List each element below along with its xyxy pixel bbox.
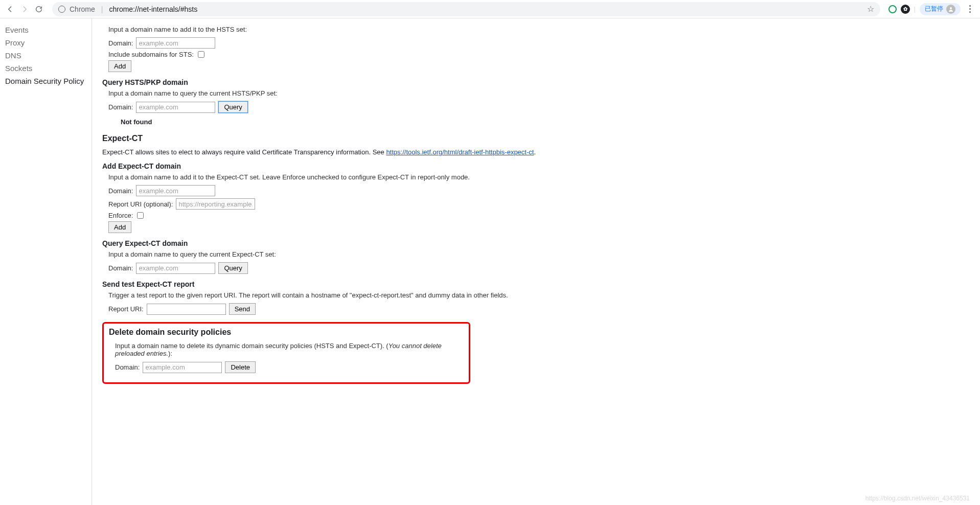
sidebar-item-dns[interactable]: DNS <box>5 49 92 62</box>
sidebar-item-proxy[interactable]: Proxy <box>5 36 92 49</box>
site-info-icon[interactable] <box>58 6 65 13</box>
delete-button[interactable]: Delete <box>225 361 256 373</box>
hsts-query-domain-label: Domain: <box>108 103 133 111</box>
delete-description: Input a domain name to delete its dynami… <box>115 342 464 357</box>
expectct-add-title: Add Expect-CT domain <box>102 162 970 170</box>
url-origin: Chrome <box>70 5 95 13</box>
expectct-query-button[interactable]: Query <box>218 262 247 274</box>
expectct-spec-link[interactable]: https://tools.ietf.org/html/draft-ietf-h… <box>386 148 534 156</box>
reload-button[interactable] <box>34 4 44 14</box>
hsts-query-description: Input a domain name to query the current… <box>108 89 970 97</box>
hsts-add-subdomain-checkbox[interactable] <box>198 51 204 58</box>
expectct-query-title: Query Expect-CT domain <box>102 239 970 247</box>
hsts-add-button[interactable]: Add <box>108 60 131 72</box>
expectct-add-description: Input a domain name to add it to the Exp… <box>108 173 970 181</box>
url-path: chrome://net-internals/#hsts <box>109 5 197 13</box>
forward-button[interactable] <box>19 4 30 14</box>
expectct-add-enforce-checkbox[interactable] <box>137 212 144 219</box>
delete-desc-prefix: Input a domain name to delete its dynami… <box>115 342 389 350</box>
expectct-add-report-input[interactable] <box>176 198 255 210</box>
expectct-add-domain-input[interactable] <box>136 185 215 196</box>
expectct-test-description: Trigger a test report to the given repor… <box>108 291 970 299</box>
expectct-test-title: Send test Expect-CT report <box>102 280 970 288</box>
expectct-test-report-label: Report URI: <box>108 305 144 313</box>
extension-icon-1[interactable] <box>888 5 897 13</box>
expectct-test-send-button[interactable]: Send <box>229 303 256 315</box>
delete-section-highlight: Delete domain security policies Input a … <box>102 322 470 384</box>
hsts-add-domain-label: Domain: <box>108 39 133 47</box>
sidebar-item-events[interactable]: Events <box>5 24 92 36</box>
expectct-add-button[interactable]: Add <box>108 221 131 233</box>
sidebar-item-domain-security-policy[interactable]: Domain Security Policy <box>5 75 92 87</box>
url-separator: | <box>99 5 105 13</box>
profile-paused-chip[interactable]: 已暂停 <box>920 3 961 15</box>
bookmark-star-icon[interactable]: ☆ <box>867 4 874 14</box>
hsts-query-domain-input[interactable] <box>136 102 215 113</box>
address-bar[interactable]: Chrome | chrome://net-internals/#hsts ☆ <box>52 2 880 16</box>
expectct-query-domain-input[interactable] <box>136 263 215 274</box>
expectct-desc-period: . <box>534 148 536 156</box>
expectct-add-report-label: Report URI (optional): <box>108 200 173 208</box>
paused-label: 已暂停 <box>925 5 943 13</box>
expectct-query-description: Input a domain name to query the current… <box>108 250 970 258</box>
expectct-test-report-input[interactable] <box>147 304 226 315</box>
delete-domain-label: Domain: <box>115 363 140 371</box>
toolbar-separator: | <box>914 5 916 13</box>
delete-title: Delete domain security policies <box>109 328 464 337</box>
hsts-query-result: Not found <box>121 118 970 126</box>
hsts-add-description: Input a domain name to add it to the HST… <box>108 26 970 33</box>
delete-desc-suffix: ): <box>168 350 172 357</box>
chrome-menu-button[interactable] <box>965 3 975 15</box>
browser-toolbar: Chrome | chrome://net-internals/#hsts ☆ … <box>0 0 980 18</box>
expectct-query-domain-label: Domain: <box>108 264 133 272</box>
sidebar-item-sockets[interactable]: Sockets <box>5 62 92 75</box>
expectct-add-enforce-label: Enforce: <box>108 212 133 219</box>
hsts-query-button[interactable]: Query <box>218 101 247 113</box>
expectct-add-domain-label: Domain: <box>108 187 133 195</box>
sidebar-nav: Events Proxy DNS Sockets Domain Security… <box>0 18 92 505</box>
hsts-query-title: Query HSTS/PKP domain <box>102 78 970 86</box>
expectct-description: Expect-CT allows sites to elect to alway… <box>102 148 970 156</box>
extension-icon-2[interactable]: ✿ <box>901 5 910 14</box>
svg-point-0 <box>950 7 952 9</box>
delete-domain-input[interactable] <box>143 362 222 373</box>
avatar-icon <box>946 5 955 14</box>
hsts-add-subdomain-label: Include subdomains for STS: <box>108 51 194 58</box>
expectct-title: Expect-CT <box>102 134 970 143</box>
expectct-desc-text: Expect-CT allows sites to elect to alway… <box>102 148 386 156</box>
back-button[interactable] <box>5 4 15 14</box>
hsts-add-domain-input[interactable] <box>136 37 215 49</box>
main-content: Input a domain name to add it to the HST… <box>92 18 980 505</box>
